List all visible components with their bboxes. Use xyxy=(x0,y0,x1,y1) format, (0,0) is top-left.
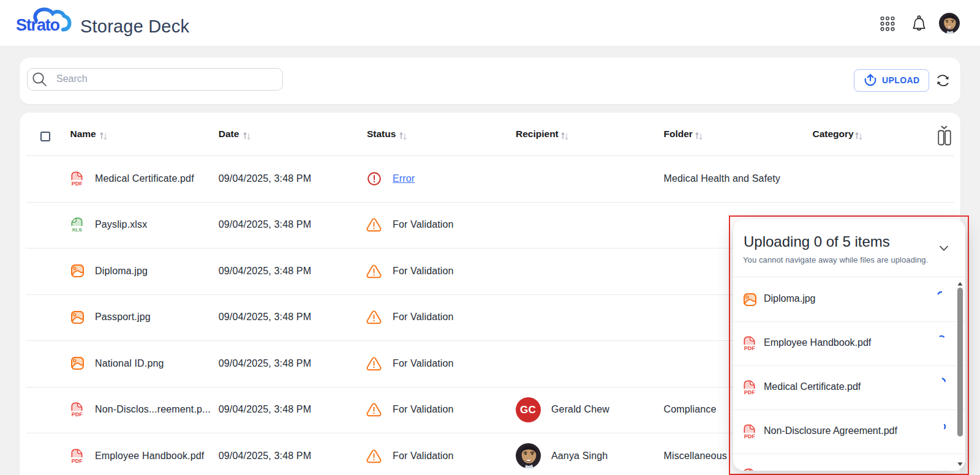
svg-text:Strato: Strato xyxy=(16,16,60,34)
